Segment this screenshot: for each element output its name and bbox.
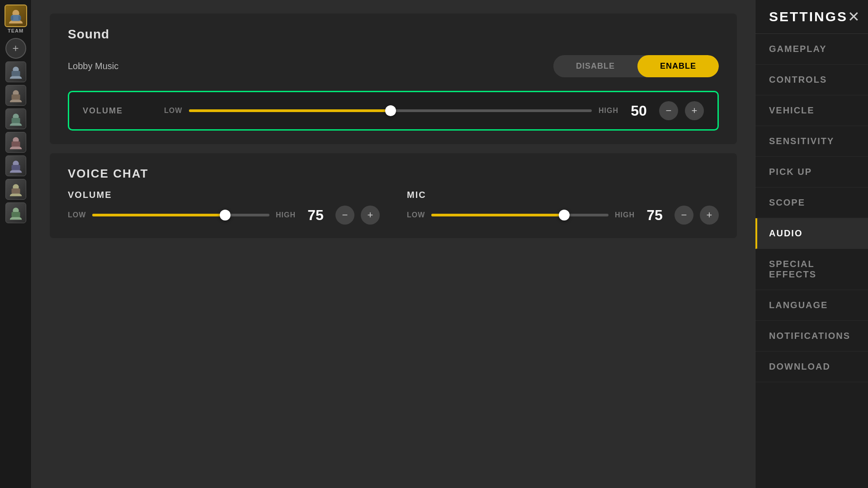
nav-item-pickup[interactable]: PICK UP [755,157,868,188]
sound-section: Sound Lobby Music DISABLE ENABLE VOLUME … [50,14,737,144]
enable-button[interactable]: ENABLE [637,55,719,77]
team-avatar-1[interactable] [5,61,26,82]
volume-low-label: LOW [164,107,182,115]
disable-button[interactable]: DISABLE [553,55,637,77]
svg-rect-11 [11,141,20,146]
volume-slider-container: LOW HIGH 50 − + [164,101,704,120]
lobby-music-label: Lobby Music [68,61,118,71]
svg-rect-7 [11,94,20,99]
nav-item-sensitivity[interactable]: SENSITIVITY [755,126,868,157]
vc-volume-slider-thumb[interactable] [220,210,231,221]
volume-slider-track[interactable] [189,109,592,112]
main-player-avatar-container: TEAM [5,5,27,33]
team-avatar-3[interactable] [5,108,26,129]
voice-chat-row: VOLUME LOW HIGH 75 − + MIC LOW [68,190,719,225]
volume-high-label: HIGH [599,107,618,115]
svg-rect-15 [11,188,20,193]
svg-rect-5 [11,71,20,76]
team-avatar-6[interactable] [5,179,26,200]
svg-rect-13 [11,165,20,170]
vc-volume-low-label: LOW [68,211,86,219]
volume-decrement-button[interactable]: − [659,101,678,120]
volume-row: VOLUME LOW HIGH 50 − + [68,91,719,131]
vc-volume-slider-fill [92,214,225,216]
voice-chat-title: VOICE CHAT [68,167,719,181]
nav-item-vehicle[interactable]: VEHICLE [755,95,868,126]
svg-rect-2 [10,16,13,20]
vc-volume-slider-row: LOW HIGH 75 − + [68,206,380,225]
vc-volume-slider-track[interactable] [92,214,269,216]
vc-mic-low-label: LOW [407,211,425,219]
nav-item-download[interactable]: DOWNLOAD [755,352,868,382]
vc-mic-slider-row: LOW HIGH 75 − + [407,206,719,225]
settings-title: SETTINGS [769,9,848,24]
svg-rect-17 [11,212,20,217]
nav-item-notifications[interactable]: NOTIFICATIONS [755,321,868,352]
team-avatar-2[interactable] [5,85,26,106]
svg-rect-3 [18,16,21,20]
add-team-button[interactable]: + [5,38,26,59]
lobby-music-row: Lobby Music DISABLE ENABLE [68,55,719,77]
nav-item-language[interactable]: LANGUAGE [755,290,868,321]
vc-volume-decrement-button[interactable]: − [335,206,354,225]
vc-mic-decrement-button[interactable]: − [675,206,693,225]
volume-slider-thumb[interactable] [385,105,396,116]
left-sidebar: TEAM + [0,0,32,488]
nav-item-gameplay[interactable]: GAMEPLAY [755,34,868,65]
vc-mic-high-label: HIGH [615,211,635,219]
vc-volume-high-label: HIGH [276,211,296,219]
vc-volume-label: VOLUME [68,190,380,200]
team-avatar-5[interactable] [5,155,26,176]
close-button[interactable]: ✕ [848,9,860,24]
nav-item-controls[interactable]: CONTROLS [755,65,868,95]
sound-title: Sound [68,27,719,42]
vc-mic-col: MIC LOW HIGH 75 − + [407,190,719,225]
volume-increment-button[interactable]: + [685,101,704,120]
svg-rect-9 [11,118,20,123]
settings-header: SETTINGS ✕ [755,0,868,34]
vc-mic-slider-thumb[interactable] [559,210,570,221]
nav-item-audio[interactable]: AUDIO [755,218,868,249]
nav-item-special-effects[interactable]: SPECIAL EFFECTS [755,249,868,290]
right-sidebar: SETTINGS ✕ GAMEPLAY CONTROLS VEHICLE SEN… [755,0,868,488]
lobby-music-toggle: DISABLE ENABLE [553,55,719,77]
vc-volume-col: VOLUME LOW HIGH 75 − + [68,190,380,225]
vc-mic-increment-button[interactable]: + [700,206,719,225]
team-avatar-4[interactable] [5,132,26,153]
volume-slider-fill [189,109,390,112]
vc-mic-slider-fill [431,214,564,216]
main-content: Sound Lobby Music DISABLE ENABLE VOLUME … [32,0,755,488]
vc-volume-value: 75 [302,207,329,224]
main-avatar[interactable] [5,5,27,27]
voice-chat-section: VOICE CHAT VOLUME LOW HIGH 75 − + [50,153,737,238]
vc-mic-slider-track[interactable] [431,214,609,216]
vc-volume-increment-button[interactable]: + [361,206,380,225]
volume-value: 50 [625,103,652,119]
vc-mic-value: 75 [641,207,668,224]
vc-mic-label: MIC [407,190,719,200]
team-label: TEAM [8,28,24,33]
nav-item-scope[interactable]: SCOPE [755,188,868,218]
volume-label: VOLUME [83,106,164,116]
team-avatar-7[interactable] [5,202,26,223]
